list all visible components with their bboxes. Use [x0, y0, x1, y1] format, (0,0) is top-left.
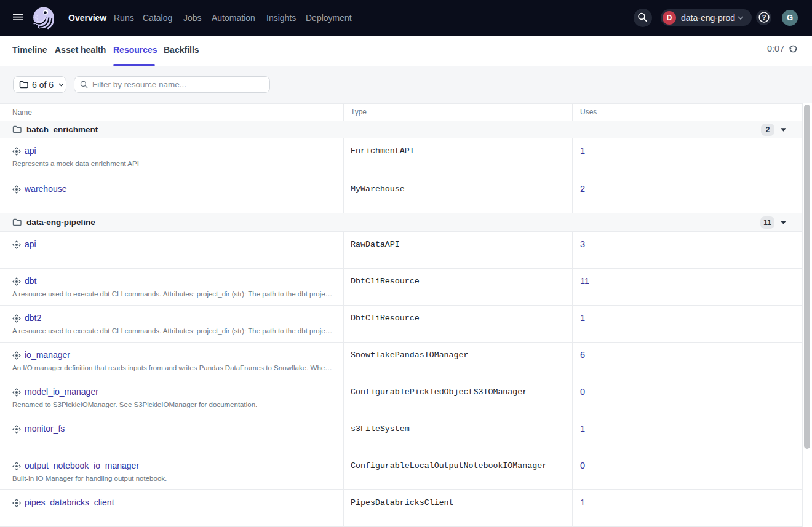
- svg-text:?: ?: [762, 14, 766, 21]
